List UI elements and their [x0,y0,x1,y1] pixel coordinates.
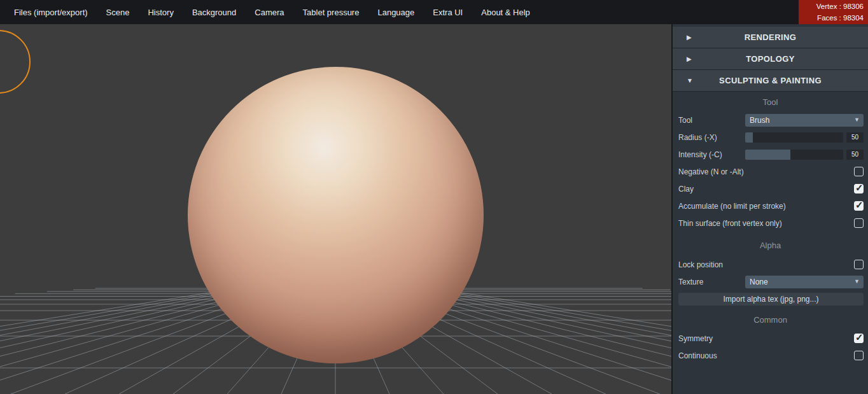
symmetry-label: Symmetry [678,334,854,343]
clay-checkbox[interactable] [854,184,864,193]
intensity-slider[interactable] [745,150,843,160]
panel-header-topology[interactable]: ▶ TOPOLOGY [673,48,868,70]
texture-label: Texture [678,278,745,286]
intensity-row: Intensity (-C) 50 [673,146,868,163]
accumulate-checkbox[interactable] [854,201,864,211]
tool-label: Tool [678,116,745,125]
panel-title-sculpting-painting: SCULPTING & PAINTING [719,76,822,85]
menu-about-help[interactable]: About & Help [481,8,530,17]
continuous-checkbox[interactable] [854,351,864,360]
panel-header-rendering[interactable]: ▶ RENDERING [673,27,868,48]
radius-value[interactable]: 50 [846,132,864,143]
mesh-stats: Vertex : 98306 Faces : 98304 [799,0,868,24]
thin-surface-label: Thin surface (front vertex only) [678,219,854,228]
menu-bar: Files (import/export) Scene History Back… [0,0,868,24]
negative-checkbox[interactable] [854,167,864,176]
accumulate-row: Accumulate (no limit per stroke) [673,197,868,215]
thin-surface-row: Thin surface (front vertex only) [673,215,868,232]
group-heading-alpha: Alpha [673,232,868,256]
menu-camera[interactable]: Camera [255,8,284,17]
radius-slider-fill [745,132,753,143]
tool-select-input[interactable]: Brush [745,114,864,127]
vertex-count: Vertex : 98306 [799,1,868,12]
menu-language[interactable]: Language [377,8,414,17]
panel-title-rendering: RENDERING [745,32,797,42]
right-panel: ▶ RENDERING ▶ TOPOLOGY ▼ SCULPTING & PAI… [671,24,868,394]
radius-row: Radius (-X) 50 [673,129,868,146]
faces-count: Faces : 98304 [799,12,868,24]
clay-row: Clay [673,180,868,197]
intensity-slider-fill [745,150,790,160]
group-heading-common: Common [673,307,868,330]
menu-tablet-pressure[interactable]: Tablet pressure [303,8,360,17]
menu-background[interactable]: Background [192,8,236,17]
lock-position-row: Lock position [673,256,868,273]
texture-select[interactable]: None ▼ [745,276,864,288]
clay-label: Clay [678,185,854,193]
viewport-3d[interactable] [0,24,671,394]
lock-position-label: Lock position [678,260,854,269]
menu-extra-ui[interactable]: Extra UI [433,8,463,17]
radius-slider[interactable] [745,132,843,143]
sphere-mesh[interactable] [188,67,484,363]
tool-select[interactable]: Brush ▼ [745,114,864,127]
import-alpha-row: Import alpha tex (jpg, png...) [673,290,868,307]
panel-title-topology: TOPOLOGY [746,54,795,64]
radius-label: Radius (-X) [678,133,745,142]
chevron-right-icon: ▶ [687,34,692,41]
menu-files[interactable]: Files (import/export) [14,8,88,17]
tool-row: Tool Brush ▼ [673,111,868,129]
symmetry-row: Symmetry [673,330,868,347]
chevron-down-icon: ▼ [687,77,693,84]
panel-header-sculpting-painting[interactable]: ▼ SCULPTING & PAINTING [673,70,868,92]
texture-select-input[interactable]: None [745,276,864,288]
group-heading-tool: Tool [673,92,868,111]
accumulate-label: Accumulate (no limit per stroke) [678,202,854,211]
negative-row: Negative (N or -Alt) [673,163,868,180]
continuous-row: Continuous [673,347,868,364]
thin-surface-checkbox[interactable] [854,218,864,228]
continuous-label: Continuous [678,351,854,360]
menu-scene[interactable]: Scene [106,8,130,17]
menu-history[interactable]: History [148,8,173,17]
intensity-value[interactable]: 50 [846,150,864,160]
intensity-label: Intensity (-C) [678,150,745,159]
lock-position-checkbox[interactable] [854,260,864,269]
import-alpha-button[interactable]: Import alpha tex (jpg, png...) [678,293,864,306]
texture-row: Texture None ▼ [673,273,868,290]
symmetry-checkbox[interactable] [854,334,864,343]
chevron-right-icon: ▶ [687,55,692,62]
negative-label: Negative (N or -Alt) [678,167,854,176]
